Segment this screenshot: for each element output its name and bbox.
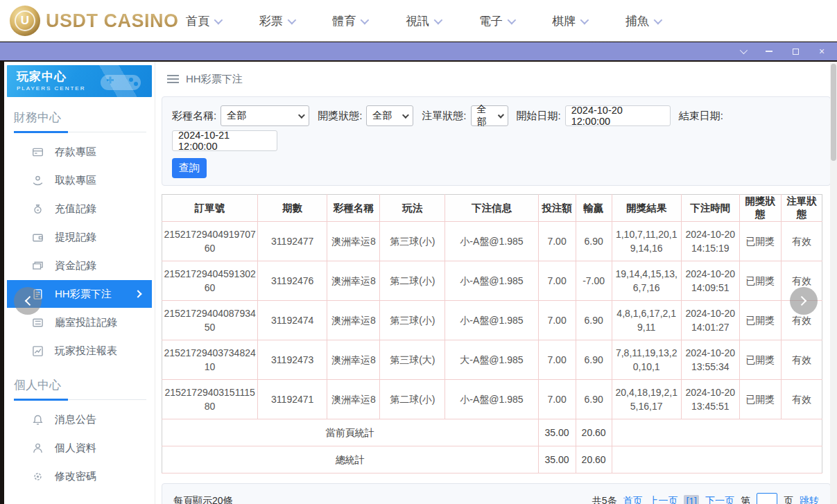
sidebar-item-deposit[interactable]: 存款專區 (7, 138, 152, 166)
cell-play-type: 第二球(小) (380, 261, 445, 301)
query-button[interactable]: 查詢 (172, 158, 207, 178)
cell-bet-info: 小-A盤@1.985 (445, 222, 538, 261)
sidebar-item-withdraw[interactable]: 取款專區 (7, 166, 152, 194)
chevron-down-icon (507, 15, 516, 24)
table-row: 215217294049197076031192477澳洲幸运8第三球(小)小-… (162, 222, 822, 261)
nav-item-2[interactable]: 彩票 (259, 13, 294, 29)
sidebar-item-label: 修改密碼 (55, 470, 96, 483)
page-number-input[interactable] (757, 493, 777, 504)
close-icon: × (819, 46, 825, 56)
summary-winloss-total: 20.60 (576, 419, 612, 446)
cell-order-no: 2152172940459130260 (162, 261, 258, 301)
nav-item-6[interactable]: 棋牌 (552, 13, 587, 29)
cell-play-type: 第三球(大) (380, 340, 445, 380)
select-caret-icon (402, 112, 409, 119)
brand-name: USDT CASINO (46, 10, 179, 32)
report-chart-icon (32, 345, 44, 357)
cell-period: 31192477 (258, 222, 327, 261)
pager: 共5条 首页 上一页 [1] 下一页 第 页 跳转 (592, 493, 819, 504)
nav-item-label: 首頁 (186, 13, 209, 29)
sidebar-item-recharge-record[interactable]: 充值記錄 (7, 195, 152, 223)
sidebar-item-announcements[interactable]: 消息公告 (7, 406, 152, 433)
nav-item-3[interactable]: 體育 (332, 13, 367, 29)
sidebar: 玩家中心 PLAYERS CENTER 財務中心存款專區取款專區充值記錄提現記錄… (4, 62, 155, 504)
brand-logo[interactable]: U USDT CASINO (10, 6, 179, 36)
page-title: HH彩票下注 (186, 73, 243, 86)
chevron-down-icon (653, 15, 662, 24)
bell-icon (32, 414, 44, 426)
cell-bet-amount: 7.00 (538, 261, 576, 301)
draw-status-select[interactable]: 全部 (366, 105, 413, 126)
chevron-left-icon (25, 296, 35, 306)
sidebar-item-player-bet-report[interactable]: 玩家投注報表 (7, 337, 152, 365)
next-page-link[interactable]: 下一页 (705, 495, 734, 504)
cell-order-no: 2152172940408793450 (162, 301, 258, 340)
person-icon (32, 442, 44, 454)
summary-winloss-total: 20.60 (576, 446, 612, 473)
cell-win-loss: 6.90 (576, 222, 612, 261)
first-page-link[interactable]: 首页 (623, 495, 642, 504)
chevron-down-icon (580, 15, 589, 24)
total-count-label: 共5条 (592, 495, 617, 504)
nav-item-label: 電子 (479, 13, 503, 29)
sidebar-item-label: 個人資料 (55, 442, 96, 455)
sidebar-title: 玩家中心 (17, 69, 152, 85)
draw-status-label: 開獎狀態: (318, 110, 362, 123)
sidebar-item-label: 充值記錄 (55, 202, 96, 216)
nav-item-5[interactable]: 電子 (479, 13, 514, 29)
cell-win-loss: 6.90 (576, 380, 612, 419)
scrollbar-thumb[interactable] (831, 64, 836, 161)
minimize-icon (766, 51, 773, 52)
moneybag-icon (32, 203, 44, 215)
table-row: 215217294040879345031192474澳洲幸运8第三球(小)小-… (162, 301, 822, 340)
column-header-order-no: 訂單號 (162, 195, 258, 222)
sidebar-item-label: HH彩票下注 (55, 288, 112, 301)
sidebar-item-profile[interactable]: 個人資料 (7, 434, 152, 462)
sidebar-item-label: 消息公告 (55, 413, 96, 426)
page-suffix-label: 页 (784, 495, 793, 504)
chevron-down-icon (740, 46, 748, 54)
jump-link[interactable]: 跳转 (800, 495, 819, 504)
chevron-right-icon (134, 290, 141, 297)
window-close-button[interactable]: × (816, 46, 827, 56)
cell-bet-info: 小-A盤@1.985 (445, 380, 538, 419)
cell-bet-time: 2024-10-20 13:45:51 (681, 380, 739, 419)
nav-item-1[interactable]: 首頁 (186, 13, 221, 29)
cell-bet-info: 小-A盤@1.985 (445, 261, 538, 301)
cell-draw-status: 已開獎 (739, 340, 781, 380)
nav-item-label: 視訊 (406, 13, 429, 29)
carousel-next-button[interactable] (790, 287, 818, 315)
cell-play-type: 第三球(小) (380, 222, 445, 261)
nav-item-label: 彩票 (259, 13, 283, 29)
cell-order-no: 2152172940373482410 (162, 340, 258, 380)
window-maximize-button[interactable] (790, 46, 801, 56)
gear-icon (32, 471, 44, 483)
nav-item-7[interactable]: 捕魚 (625, 13, 660, 29)
hamburger-menu-icon[interactable] (167, 75, 179, 83)
carousel-prev-button[interactable] (14, 287, 42, 315)
nav-item-label: 體育 (332, 13, 356, 29)
window-minimize-button[interactable] (763, 46, 775, 56)
sidebar-item-withdraw-record[interactable]: 提現記錄 (7, 223, 152, 251)
end-date-input[interactable]: 2024-10-21 12:00:00 (172, 130, 277, 151)
lottery-name-label: 彩種名稱: (172, 110, 216, 123)
sidebar-item-change-password[interactable]: 修改密碼 (7, 462, 152, 490)
cell-bet-info: 小-A盤@1.985 (445, 301, 538, 340)
column-header-draw-status: 開獎狀態 (739, 195, 781, 222)
lottery-name-select[interactable]: 全部 (221, 105, 309, 126)
table-header-row: 訂單號期數彩種名稱玩法下注信息投注額輸贏開獎結果下注時間開獎狀態注單狀態 (162, 195, 822, 222)
column-header-order-status: 注單狀態 (781, 195, 822, 222)
cell-period: 31192471 (258, 380, 327, 419)
scrollbar[interactable] (830, 62, 837, 504)
cell-order-status: 有效 (781, 222, 822, 261)
column-header-play-type: 玩法 (380, 195, 445, 222)
nav-item-4[interactable]: 視訊 (406, 13, 440, 29)
order-status-select[interactable]: 全部 (471, 105, 508, 126)
cell-period: 31192474 (258, 301, 327, 340)
window-collapse-button[interactable] (737, 46, 748, 56)
per-page-label: 每頁顯示20條 (173, 495, 233, 504)
start-date-input[interactable]: 2024-10-20 12:00:00 (565, 105, 671, 126)
prev-page-link[interactable]: 上一页 (648, 495, 678, 504)
coin-logo-icon: U (10, 6, 40, 36)
sidebar-item-funds-record[interactable]: 資金記錄 (7, 252, 152, 279)
